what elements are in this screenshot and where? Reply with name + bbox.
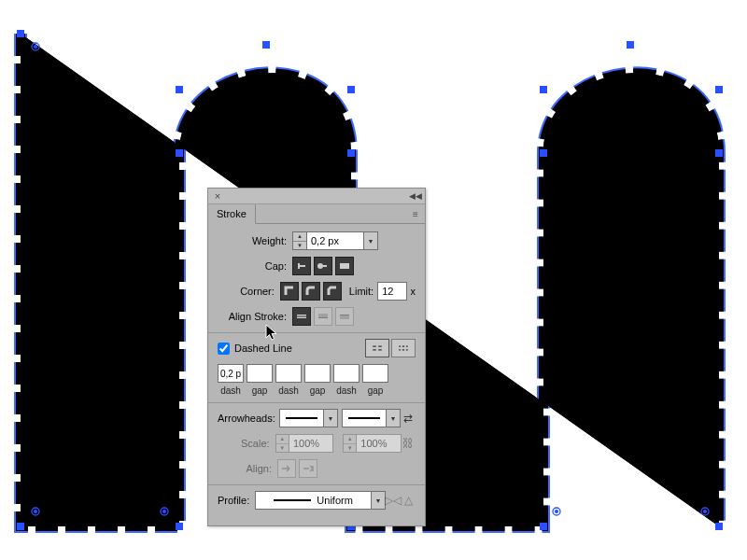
svg-rect-30 [340, 263, 349, 269]
svg-rect-3 [176, 149, 183, 157]
dash-slots: 0,2 pdashgapdashgapdashgap [218, 364, 416, 396]
weight-dropdown-icon[interactable]: ▼ [364, 231, 378, 250]
dash-slot-label: gap [252, 385, 268, 396]
arrow-none-icon [286, 417, 317, 419]
arrow-start-select[interactable]: ▼ [279, 409, 338, 427]
scale-end-field: 100% [357, 434, 401, 453]
swap-arrows-icon[interactable]: ⇄ [401, 411, 416, 426]
svg-point-25 [704, 511, 707, 513]
svg-point-29 [317, 263, 323, 269]
dash-field[interactable] [247, 364, 273, 383]
dash-slot-label: gap [368, 385, 384, 396]
cap-projecting-button[interactable] [335, 257, 354, 275]
svg-point-17 [35, 46, 37, 49]
close-icon[interactable]: × [212, 190, 223, 202]
weight-field[interactable]: 0,2 px [307, 231, 364, 250]
profile-label: Profile: [218, 495, 255, 506]
arrow-scale-row: Scale: ▲▼ 100% ▲▼ 100% ⛓ [218, 434, 416, 453]
svg-rect-6 [540, 523, 547, 530]
stroke-panel: × ◀◀ Stroke ≡ Weight: ▲▼ 0,2 px ▼ Cap: C… [207, 188, 426, 526]
svg-rect-0 [17, 30, 24, 37]
cap-row: Cap: [218, 257, 416, 275]
chevron-down-icon[interactable]: ▼ [324, 409, 338, 427]
align-outside-button [335, 307, 354, 326]
svg-rect-36 [340, 315, 349, 315]
tab-label: Stroke [217, 208, 247, 219]
svg-rect-15 [715, 86, 723, 93]
corner-label: Corner: [218, 286, 280, 297]
svg-rect-32 [297, 316, 306, 317]
svg-rect-2 [176, 523, 183, 530]
weight-stepper[interactable]: ▲▼ [292, 231, 307, 250]
dash-field[interactable] [275, 364, 302, 383]
svg-rect-12 [347, 86, 355, 93]
tab-stroke[interactable]: Stroke [208, 204, 256, 224]
dashed-checkbox-wrap[interactable]: Dashed Line [218, 343, 292, 355]
scale-label: Scale: [218, 438, 275, 449]
cap-round-button[interactable] [314, 257, 332, 275]
dash-slot-label: dash [278, 385, 299, 396]
svg-rect-4 [347, 149, 355, 157]
corner-round-button[interactable] [302, 282, 320, 301]
flip-along-icon: ▷◁ [386, 493, 401, 508]
svg-rect-14 [627, 41, 634, 49]
dash-preserve-exact-button[interactable] [365, 339, 389, 357]
align-inside-button [314, 307, 332, 326]
corner-row: Corner: Limit: 12 x [218, 282, 416, 301]
chevron-down-icon[interactable]: ▼ [387, 409, 401, 427]
limit-unit: x [407, 286, 416, 297]
svg-rect-7 [540, 149, 547, 157]
dash-slot: gap [304, 364, 331, 396]
svg-rect-33 [318, 314, 328, 317]
svg-rect-9 [715, 523, 723, 530]
dash-field[interactable] [362, 364, 388, 383]
arrow-align-label: Align: [218, 463, 277, 474]
dash-field[interactable] [333, 364, 359, 383]
arrow-align-row: Align: [218, 459, 416, 478]
align-stroke-row: Align Stroke: [218, 307, 416, 326]
dash-slot: gap [362, 364, 388, 396]
align-center-button[interactable] [292, 307, 311, 326]
svg-rect-10 [176, 86, 183, 93]
svg-rect-13 [540, 86, 547, 93]
dash-slot: 0,2 pdash [218, 364, 244, 396]
cap-butt-button[interactable] [292, 257, 311, 275]
svg-point-19 [35, 511, 37, 513]
svg-rect-35 [340, 315, 349, 319]
profile-select[interactable]: Uniform [255, 491, 372, 510]
dash-field[interactable]: 0,2 p [218, 364, 244, 383]
link-scale-icon: ⛓ [402, 436, 416, 451]
arrow-none-icon [348, 417, 380, 419]
dash-slot-label: gap [310, 385, 326, 396]
panel-tabbar: Stroke ≡ [208, 204, 425, 224]
dashed-checkbox[interactable] [218, 343, 230, 355]
svg-point-23 [556, 511, 558, 513]
svg-rect-1 [17, 523, 24, 530]
scale-start-stepper: ▲▼ [275, 434, 289, 453]
dash-slot: dash [275, 364, 302, 396]
dash-slot-label: dash [336, 385, 357, 396]
scale-start-field: 100% [289, 434, 333, 453]
profile-row: Profile: Uniform ▼ ▷◁ △ [218, 491, 416, 510]
svg-rect-27 [298, 263, 300, 269]
panel-titlebar[interactable]: × ◀◀ [208, 189, 425, 204]
scale-end-stepper: ▲▼ [343, 434, 357, 453]
limit-field[interactable]: 12 [377, 282, 406, 301]
svg-rect-11 [262, 41, 270, 49]
limit-label: Limit: [342, 286, 377, 297]
dash-field[interactable] [304, 364, 331, 383]
corner-bevel-button[interactable] [323, 282, 342, 301]
collapse-icon[interactable]: ◀◀ [410, 190, 421, 202]
dashed-label: Dashed Line [234, 343, 292, 354]
chevron-down-icon[interactable]: ▼ [372, 491, 386, 510]
flip-across-icon: △ [401, 493, 416, 508]
profile-value: Uniform [317, 495, 353, 506]
dash-slot: dash [333, 364, 359, 396]
weight-row: Weight: ▲▼ 0,2 px ▼ [218, 231, 416, 250]
arrow-end-select[interactable]: ▼ [342, 409, 401, 427]
panel-menu-icon[interactable]: ≡ [406, 204, 425, 223]
corner-miter-button[interactable] [280, 282, 299, 301]
dash-align-corners-button[interactable] [391, 339, 416, 357]
dashed-row: Dashed Line [218, 339, 416, 357]
svg-rect-34 [318, 317, 328, 318]
